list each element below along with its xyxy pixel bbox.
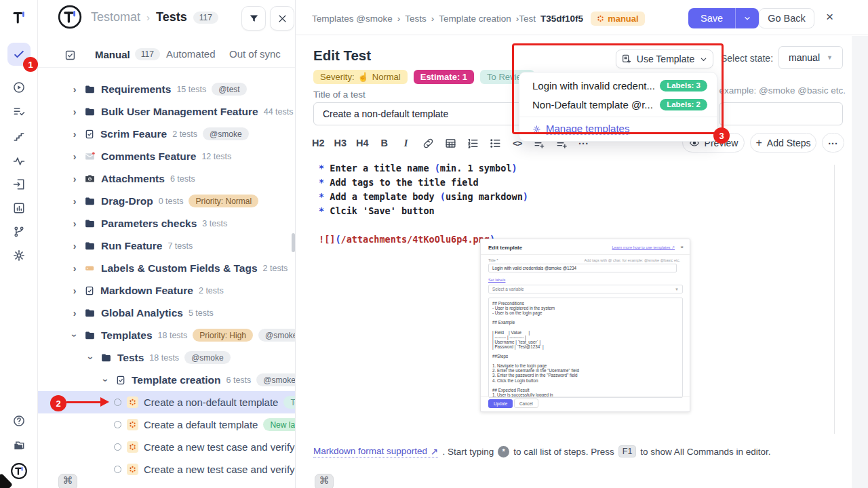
test-status-circle-icon[interactable] [114,399,121,406]
tree-item-label: Scrim Feaure [100,128,167,140]
add-steps-button[interactable]: + Add Steps [750,133,816,152]
tree-suite-item[interactable]: ›Parameters checks3 tests [38,212,296,235]
folder-icon [84,83,96,95]
tab-automated[interactable]: Automated [166,48,216,60]
rail-help-question-icon[interactable] [7,409,31,432]
rail-brand-logo-icon[interactable] [7,460,31,483]
folder-icon [100,352,112,363]
toolbar-H2-button[interactable]: H2 [312,138,325,148]
project-name[interactable]: Testomat [91,10,140,24]
chevron-closed-icon[interactable]: › [71,218,79,229]
command-key-shortcut[interactable]: ⌘ [315,474,334,488]
tree-suite-item[interactable]: ›Drag-Drop0 testsPriority: Normal [38,190,296,212]
chevron-closed-icon[interactable]: › [71,129,79,140]
chevron-closed-icon[interactable]: › [71,308,79,319]
select-state-label: Select state: [721,53,773,64]
editor-more-button[interactable]: ... [822,133,844,152]
chevron-closed-icon[interactable]: › [71,196,79,207]
rail-git-branch-icon[interactable] [7,220,31,243]
chevron-closed-icon[interactable]: › [71,106,79,117]
tree-suite-item[interactable]: ›Labels & Custom Fields & Tags2 tests [38,257,296,279]
toolbar-italic-button[interactable]: I [400,138,412,149]
tree-item-label: Requirements [101,83,171,96]
rail-import-signin-icon[interactable] [7,173,31,196]
go-back-button[interactable]: Go Back [759,8,814,28]
tree-scrollbar[interactable] [292,233,295,252]
tree-suite-item[interactable]: ›Templates18 testsPriority: High@smoke [38,324,296,346]
command-key-shortcut[interactable]: ⌘ [58,474,77,488]
test-status-circle-icon[interactable] [114,443,121,451]
chevron-closed-icon[interactable]: › [71,263,79,274]
shot-update-button: Update [488,399,513,408]
test-runs-icon[interactable] [64,49,77,62]
tree-item-label: Template creation [132,374,221,386]
manual-test-icon [127,419,138,430]
rail-plans-list-check-icon[interactable] [7,100,31,123]
toolbar-table-icon[interactable] [444,137,457,150]
tree-suite-item[interactable]: ›Requirements15 tests@test [38,78,296,100]
breadcrumb: Testomat › Tests 117 [91,10,218,24]
markdown-editor[interactable]: * Enter a title name (min. 1 symbol)* Ad… [319,161,528,247]
tree-suite-item[interactable]: ›Comments Feature12 tests [38,145,296,167]
tree-suite-item[interactable]: ›Global Analytics5 tests [38,302,296,324]
rail-steps-stairs-icon[interactable] [7,125,31,148]
manual-test-icon [127,441,138,453]
chevron-closed-icon[interactable]: › [71,151,79,162]
left-rail: 1 [0,0,38,488]
toolbar-link-icon[interactable] [422,137,435,150]
save-options-caret[interactable] [736,8,759,28]
test-status-circle-icon[interactable] [114,466,121,473]
tree-suite-item[interactable]: ›Tests18 tests@smoke [38,346,296,369]
tree-test-item[interactable]: Create a new test case and verify [38,436,296,458]
tree-suite-item[interactable]: ›Bulk User Management Feature44 tests [38,100,296,123]
edit-test-title: Edit Test [313,47,371,64]
save-button[interactable]: Save [688,8,736,28]
toolbar-H3-button[interactable]: H3 [334,138,347,148]
tree-item-count: 2 tests [172,129,197,139]
star-key-badge: * [498,446,509,458]
tree-suite-item[interactable]: ›Template creation6 tests@smoke [38,369,296,391]
editor-footer-hint: Markdown format supported↗ . Start typin… [313,445,770,458]
state-select[interactable]: manual▼ [778,46,843,69]
template-option[interactable]: Non-Default template @r...Labels: 2 [519,95,717,114]
close-panel-button[interactable] [270,6,294,30]
labels-count-badge: Labels: 2 [660,99,707,110]
toolbar-bold-button[interactable]: B [378,138,391,148]
test-status-circle-icon[interactable] [114,421,121,428]
rail-analytics-chart-icon[interactable] [7,197,31,220]
markdown-docs-link[interactable]: Markdown format supported↗ [313,446,438,458]
tree-item-label: Labels & Custom Fields & Tags [101,262,258,274]
use-template-button[interactable]: Use Template [616,49,713,68]
rail-docs-folders-icon[interactable] [7,434,31,458]
toolbar-bullet-list-icon[interactable] [489,137,502,150]
tree-item-badge: New labe [263,418,296,431]
chevron-open-icon[interactable]: › [85,354,96,362]
template-option[interactable]: Login with invalid credent...Labels: 3 [519,76,717,95]
chevron-open-icon[interactable]: › [69,331,80,340]
tab-out-of-sync[interactable]: Out of sync [229,48,281,60]
rail-pulse-activity-icon[interactable] [7,150,31,173]
tags-input[interactable] [719,102,843,125]
rail-settings-gear-icon[interactable] [7,244,31,267]
project-logo-icon[interactable] [57,4,83,30]
filter-button[interactable] [241,6,266,30]
close-editor-button[interactable]: × [826,9,833,24]
tree-item-badge: Priority: High [193,329,253,342]
chevron-closed-icon[interactable]: › [71,84,79,95]
rail-runs-play-icon[interactable] [7,76,31,99]
chevron-closed-icon[interactable]: › [71,241,79,251]
tree-suite-item[interactable]: ›Scrim Feaure2 tests@smoke [38,123,296,145]
tree-test-item[interactable]: Create a default templateNew labe [38,413,296,436]
tree-suite-item[interactable]: ›Markdown Feature2 tests [38,279,296,302]
chevron-open-icon[interactable]: › [100,376,111,384]
manual-state-badge: manual [591,12,645,26]
toolbar-H4-button[interactable]: H4 [356,138,369,148]
chevron-closed-icon[interactable]: › [71,285,79,296]
tree-suite-item[interactable]: ›Run Feature7 tests [38,235,296,257]
manage-templates-link[interactable]: Manage templates [519,120,717,138]
toolbar-ordered-list-icon[interactable] [467,137,479,150]
tree-suite-item[interactable]: ›Attachments6 tests [38,167,296,190]
tab-manual[interactable]: Manual117 [95,48,160,60]
test-badges: Severity: ☝ Normal Estimate: 1 To Review [313,70,534,84]
chevron-closed-icon[interactable]: › [71,174,79,184]
